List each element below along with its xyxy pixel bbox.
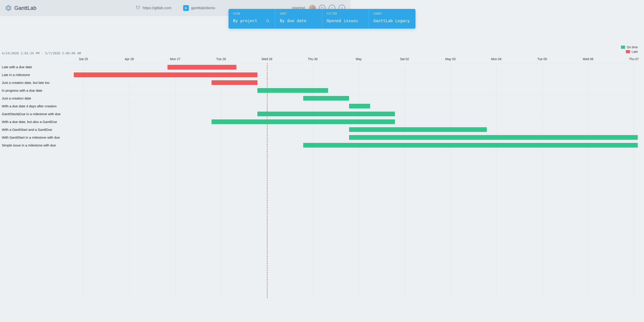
task-bar[interactable] [303, 143, 350, 148]
sort-selector[interactable]: SORT By due date [275, 9, 322, 28]
view-selector[interactable]: VIEW By project [228, 9, 275, 28]
gantt-row: Simple issue in a milestone with due [2, 141, 350, 149]
row-track [64, 63, 350, 71]
column-label: Thu 30 [308, 57, 318, 61]
gantt-row: With a GanttStart and a GanttDue [2, 126, 350, 134]
project-link[interactable]: ganttlab/demo [183, 5, 215, 11]
source-url: https://gitlab.com [143, 6, 172, 10]
sort-label: SORT [280, 12, 317, 15]
gantt-row: Late with a due date [2, 63, 350, 71]
column-label: Wed 29 [262, 57, 272, 61]
gantt-row: Just a creation date [2, 94, 350, 102]
row-track [64, 71, 350, 79]
task-bar[interactable] [258, 88, 328, 93]
task-label[interactable]: Just a creation date, but late too [2, 79, 62, 86]
app-logo-icon [5, 5, 12, 11]
task-label[interactable]: GanttStart&Due in a milestone with due [2, 110, 62, 118]
row-track [64, 102, 350, 110]
source-link[interactable]: https://gitlab.com [136, 5, 172, 11]
gantt-row: With a due date 4 days after creation [2, 102, 350, 110]
column-label: Tue 28 [216, 57, 226, 61]
row-track [64, 126, 350, 134]
gantt-row: With GanttStart in a milestone with due [2, 134, 350, 141]
gantt-row: GanttStart&Due in a milestone with due [2, 110, 350, 118]
gantt-row: Late in a milestone [2, 71, 350, 79]
gantt-row: With a due date, but also a GanttDue [2, 118, 350, 126]
gantt-row: In progress with a due date [2, 86, 350, 94]
task-label[interactable]: Late in a milestone [2, 71, 62, 79]
view-value: By project [233, 18, 270, 23]
filter-selector[interactable]: FILTER Opened issues [322, 9, 351, 28]
row-track [64, 110, 350, 118]
header-center: https://gitlab.com ganttlab/demo [136, 5, 215, 11]
task-label[interactable]: Just a creation date [2, 94, 62, 102]
task-label[interactable]: With GanttStart in a milestone with due [2, 134, 62, 141]
date-range: 4/24/2020 2:02:29 PM - 5/7/2020 2:00:00 … [2, 52, 81, 55]
search-icon [266, 19, 270, 24]
task-label[interactable]: With a due date, but also a GanttDue [2, 118, 62, 126]
column-label: Sat 25 [79, 57, 88, 61]
task-label[interactable]: Late with a due date [2, 63, 62, 71]
row-track [64, 86, 350, 94]
project-path: ganttlab/demo [191, 6, 215, 10]
project-icon [183, 5, 189, 11]
row-track [64, 79, 350, 86]
task-bar[interactable] [349, 127, 350, 132]
gitlab-icon [136, 5, 140, 11]
filter-label: FILTER [327, 12, 351, 15]
controls-bar: VIEW By project SORT By due date FILTER … [228, 9, 350, 28]
task-bar[interactable] [212, 120, 350, 124]
rows: Late with a due dateLate in a milestoneJ… [2, 63, 350, 149]
task-bar[interactable] [349, 104, 350, 108]
task-label[interactable]: In progress with a due date [2, 86, 62, 94]
task-bar[interactable] [258, 112, 350, 116]
row-track [64, 94, 350, 102]
row-track [64, 118, 350, 126]
task-bar[interactable] [349, 135, 350, 140]
column-label: Mon 27 [170, 57, 180, 61]
gantt-chart: On time Late 4/24/2020 2:02:29 PM - 5/7/… [2, 45, 350, 175]
task-bar[interactable] [74, 72, 258, 77]
column-label: Apr 26 [125, 57, 134, 61]
logo-group[interactable]: GanttLab [5, 5, 36, 11]
view-label: VIEW [233, 12, 270, 15]
app-name: GanttLab [14, 5, 36, 11]
task-label[interactable]: With a due date 4 days after creation [2, 102, 62, 110]
svg-point-1 [266, 20, 269, 22]
row-track [64, 134, 350, 141]
task-label[interactable]: Simple issue in a milestone with due [2, 141, 62, 149]
filter-value: Opened issues [327, 18, 351, 23]
task-bar[interactable] [303, 96, 349, 100]
task-label[interactable]: With a GanttStart and a GanttDue [2, 126, 62, 134]
task-bar[interactable] [212, 80, 258, 85]
sort-value: By due date [280, 18, 317, 23]
row-track [64, 141, 350, 149]
task-bar[interactable] [168, 65, 236, 70]
gantt-row: Just a creation date, but late too [2, 79, 350, 86]
